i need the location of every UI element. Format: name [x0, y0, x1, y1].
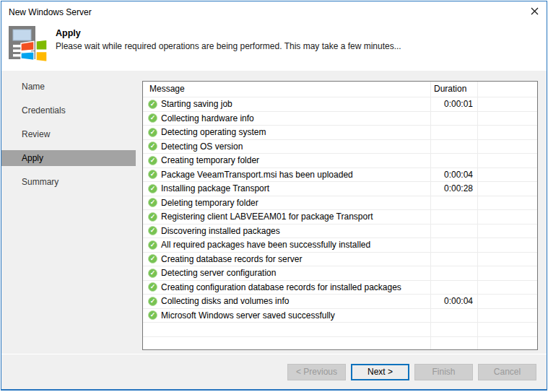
success-check-icon: ✓: [148, 254, 157, 263]
column-header-empty: [477, 82, 537, 97]
table-row[interactable]: ✓ Microsoft Windows server saved success…: [143, 309, 537, 323]
message-text: Registering client LABVEEAM01 for packag…: [161, 212, 373, 222]
message-cell: ✓ Detecting server configuration: [143, 268, 430, 278]
table-row[interactable]: ✓ Collecting hardware info: [143, 112, 537, 126]
message-cell: ✓ Installing package Transport: [143, 183, 430, 193]
message-cell: ✓ Deleting temporary folder: [143, 198, 430, 208]
sidebar-step-label: Review: [22, 129, 50, 139]
message-text: Microsoft Windows server saved successfu…: [161, 310, 335, 321]
table-row[interactable]: ✓ Discovering installed packages: [143, 225, 537, 239]
success-check-icon: ✓: [148, 184, 157, 193]
apply-log-table: Message Duration ✓ Starting saving job 0…: [142, 81, 538, 350]
wizard-nav-button[interactable]: < Previous: [287, 364, 346, 380]
message-text: Creating temporary folder: [161, 155, 259, 165]
table-row[interactable]: ✓ All required packages have been succes…: [143, 238, 537, 253]
table-row[interactable]: ✓ Deleting temporary folder: [143, 196, 537, 211]
table-row[interactable]: ✓ Registering client LABVEEAM01 for pack…: [143, 210, 537, 225]
sidebar-step-item[interactable]: Apply: [1, 150, 136, 166]
success-check-icon: ✓: [148, 113, 157, 123]
success-check-icon: ✓: [148, 269, 157, 278]
success-check-icon: ✓: [148, 282, 157, 292]
wizard-body: Name Credentials Review Apply Summary Me…: [1, 71, 547, 354]
close-icon: [531, 6, 539, 17]
success-check-icon: ✓: [148, 100, 157, 109]
success-check-icon: ✓: [148, 240, 157, 250]
column-separator: [430, 82, 431, 349]
table-header-row: Message Duration: [143, 82, 537, 97]
message-cell: ✓ Starting saving job: [143, 99, 430, 109]
table-row[interactable]: ✓ Starting saving job 0:00:01: [143, 97, 537, 112]
sidebar-step-item[interactable]: Summary: [1, 174, 136, 190]
message-text: Starting saving job: [161, 99, 232, 109]
wizard-nav-button[interactable]: Cancel: [478, 364, 536, 380]
column-header-message[interactable]: Message: [143, 82, 430, 97]
sidebar-step-label: Name: [22, 82, 45, 92]
table-row[interactable]: ✓ Collecting disks and volumes info 0:00…: [143, 295, 537, 309]
table-row[interactable]: ✓ Creating configuration database record…: [143, 281, 537, 295]
sidebar-step-label: Summary: [22, 177, 58, 187]
message-text: Detecting OS version: [161, 141, 243, 152]
message-cell: ✓ Detecting operating system: [143, 127, 430, 137]
success-check-icon: ✓: [148, 128, 157, 137]
table-row[interactable]: ✓ Creating database records for server: [143, 253, 537, 267]
column-separator: [477, 82, 478, 349]
message-cell: ✓ Package VeeamTransport.msi has been up…: [143, 170, 430, 180]
message-cell: ✓ Collecting disks and volumes info: [143, 296, 430, 306]
table-row[interactable]: ✓ Detecting operating system: [143, 126, 537, 140]
step-subtitle: Please wait while required operations ar…: [56, 41, 401, 51]
duration-cell: 0:00:01: [430, 99, 477, 109]
sidebar-step-item[interactable]: Credentials: [1, 103, 136, 118]
wizard-footer: < Previous Next > Finish Cancel: [1, 354, 547, 389]
success-check-icon: ✓: [148, 297, 157, 306]
wizard-nav-button[interactable]: Next >: [351, 364, 409, 380]
message-text: Discovering installed packages: [161, 226, 280, 236]
message-cell: ✓ Creating configuration database record…: [143, 282, 430, 292]
table-row[interactable]: ✓ Package VeeamTransport.msi has been up…: [143, 168, 537, 183]
sidebar-step-label: Apply: [22, 153, 43, 163]
message-text: Package VeeamTransport.msi has been uplo…: [161, 170, 353, 180]
message-cell: ✓ All required packages have been succes…: [143, 240, 430, 250]
table-row[interactable]: ✓ Detecting OS version: [143, 140, 537, 154]
close-button[interactable]: [522, 1, 547, 22]
message-text: Creating configuration database records …: [161, 282, 401, 292]
sidebar-step-label: Credentials: [22, 105, 66, 116]
message-cell: ✓ Collecting hardware info: [143, 113, 430, 123]
button-label: Next >: [367, 367, 393, 377]
message-text: All required packages have been successf…: [161, 240, 370, 250]
success-check-icon: ✓: [148, 141, 157, 151]
message-text: Creating database records for server: [161, 254, 302, 264]
message-text: Detecting server configuration: [161, 268, 276, 278]
wizard-nav-button[interactable]: Finish: [414, 364, 473, 380]
sidebar-step-item[interactable]: Review: [1, 126, 136, 142]
sidebar-step-item[interactable]: Name: [1, 79, 136, 95]
titlebar: New Windows Server: [1, 1, 547, 23]
table-row[interactable]: ✓ Installing package Transport 0:00:28: [143, 182, 537, 196]
message-cell: ✓ Registering client LABVEEAM01 for pack…: [143, 212, 430, 222]
column-header-duration[interactable]: Duration: [430, 82, 477, 97]
success-check-icon: ✓: [148, 156, 157, 165]
success-check-icon: ✓: [148, 198, 157, 207]
success-check-icon: ✓: [148, 170, 157, 179]
success-check-icon: ✓: [148, 226, 157, 235]
success-check-icon: ✓: [148, 212, 157, 222]
message-cell: ✓ Detecting OS version: [143, 141, 430, 152]
table-row[interactable]: ✓ Detecting server configuration: [143, 266, 537, 281]
message-cell: ✓ Microsoft Windows server saved success…: [143, 310, 430, 321]
button-label: Finish: [432, 367, 455, 377]
success-check-icon: ✓: [148, 310, 157, 320]
message-cell: ✓ Discovering installed packages: [143, 226, 430, 236]
duration-cell: 0:00:04: [430, 170, 477, 180]
windows-server-icon: [8, 25, 48, 66]
message-cell: ✓ Creating database records for server: [143, 254, 430, 264]
table-row-empty: [143, 337, 537, 351]
step-title: Apply: [56, 28, 81, 38]
wizard-header: Apply Please wait while required operati…: [1, 23, 547, 71]
button-label: Cancel: [494, 367, 521, 377]
table-row[interactable]: ✓ Creating temporary folder: [143, 154, 537, 168]
button-label: < Previous: [296, 367, 337, 377]
message-text: Installing package Transport: [161, 183, 269, 193]
message-cell: ✓ Creating temporary folder: [143, 155, 430, 165]
message-text: Collecting disks and volumes info: [161, 296, 289, 306]
duration-cell: 0:00:04: [430, 296, 477, 306]
window-title: New Windows Server: [9, 7, 92, 17]
